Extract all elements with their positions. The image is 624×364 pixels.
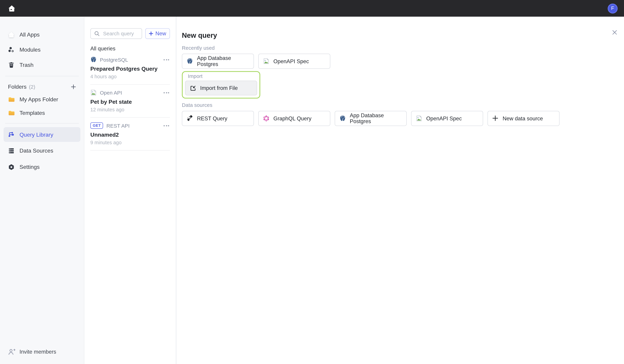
sidebar-item-all-apps[interactable]: All Apps	[4, 27, 80, 42]
query-library-icon	[8, 131, 15, 138]
query-type-label: Open API	[100, 90, 122, 96]
query-list-item[interactable]: Open API Pet by Pet state 12 minutes ago	[90, 85, 170, 118]
rest-plug-icon	[187, 115, 193, 121]
query-type-label: PostgreSQL	[100, 57, 128, 63]
query-type-row: GET REST API	[90, 122, 170, 129]
new-query-panel: New query Recently used App Database Pos…	[177, 17, 624, 364]
sidebar-item-modules[interactable]: Modules	[4, 42, 80, 57]
home-icon	[8, 31, 15, 38]
card-app-database-postgres[interactable]: App Database Postgres	[182, 54, 254, 69]
data-sources-icon	[8, 147, 15, 154]
sidebar: All Apps Modules	[0, 17, 84, 364]
query-timestamp: 9 minutes ago	[90, 140, 170, 146]
home-button[interactable]	[6, 3, 17, 14]
query-name: Prepared Postgres Query	[90, 66, 170, 72]
card-label: New data source	[503, 116, 543, 121]
card-app-database-postgres[interactable]: App Database Postgres	[335, 111, 407, 126]
folders-count: (2)	[29, 84, 35, 90]
query-timestamp: 12 minutes ago	[90, 107, 170, 112]
sidebar-item-query-library[interactable]: Query Library	[4, 127, 80, 142]
import-file-icon	[190, 85, 196, 91]
card-graphql-query[interactable]: GraphQL Query	[258, 111, 330, 126]
card-rest-query[interactable]: REST Query	[182, 111, 254, 126]
sidebar-folder-my-apps[interactable]: My Apps Folder	[4, 93, 80, 106]
page-title: New query	[182, 31, 624, 40]
postgres-icon	[339, 115, 346, 121]
sidebar-item-trash[interactable]: Trash	[4, 57, 80, 72]
image-placeholder-icon	[416, 115, 422, 121]
avatar-initial: F	[611, 5, 614, 11]
sidebar-item-settings[interactable]: Settings	[4, 159, 80, 174]
invite-members-icon	[8, 348, 16, 355]
card-import-from-file[interactable]: Import from File	[185, 81, 257, 96]
graphql-icon	[263, 115, 269, 121]
card-label: App Database Postgres	[197, 55, 249, 67]
plus-icon	[71, 84, 76, 89]
invite-members-button[interactable]: Invite members	[4, 346, 80, 358]
card-label: GraphQL Query	[273, 116, 311, 121]
sidebar-item-label: Settings	[19, 164, 40, 170]
query-timestamp: 4 hours ago	[90, 74, 170, 79]
card-openapi-spec[interactable]: OpenAPI Spec	[258, 54, 330, 69]
search-input[interactable]	[102, 30, 138, 37]
card-label: Import from File	[200, 85, 238, 91]
invite-members-label: Invite members	[19, 349, 56, 355]
card-label: REST Query	[197, 116, 227, 121]
folders-header: Folders (2)	[4, 81, 80, 93]
sidebar-folder-templates[interactable]: Templates	[4, 106, 80, 120]
import-label: Import	[188, 73, 257, 79]
data-sources-label: Data sources	[182, 102, 624, 108]
query-name: Pet by Pet state	[90, 98, 170, 105]
folders-label: Folders	[8, 83, 26, 90]
query-list-header: All queries	[90, 46, 170, 52]
card-label: OpenAPI Spec	[273, 58, 309, 64]
query-list-item[interactable]: PostgreSQL Prepared Postgres Query 4 hou…	[90, 52, 170, 85]
image-placeholder-icon	[90, 89, 97, 96]
new-query-label: New	[156, 31, 166, 37]
sidebar-item-label: Data Sources	[19, 147, 53, 154]
query-type-row: Open API	[90, 89, 170, 96]
query-list-panel: New All queries PostgreSQL Pre	[84, 17, 176, 364]
import-highlight-box: Import Import from File	[182, 71, 260, 98]
sidebar-item-label: All Apps	[19, 31, 40, 38]
query-list-item[interactable]: GET REST API Unnamed2 9 minutes ago	[90, 118, 170, 150]
search-box[interactable]	[90, 28, 142, 39]
new-query-button[interactable]: New	[145, 28, 170, 39]
plus-icon	[492, 115, 499, 121]
image-placeholder-icon	[263, 58, 269, 64]
folder-label: Templates	[19, 110, 45, 116]
overflow-menu-button[interactable]	[163, 91, 170, 94]
get-badge: GET	[90, 122, 103, 129]
avatar[interactable]: F	[608, 3, 618, 13]
sidebar-item-label: Modules	[19, 47, 41, 53]
card-label: OpenAPI Spec	[426, 116, 462, 121]
recently-used-cards: App Database Postgres OpenAPI Spec	[182, 54, 624, 69]
sidebar-divider	[5, 123, 79, 123]
search-icon	[94, 31, 100, 37]
folder-icon	[8, 109, 15, 116]
settings-icon	[8, 164, 15, 170]
add-folder-button[interactable]	[71, 84, 76, 89]
query-type-row: PostgreSQL	[90, 56, 170, 63]
app-window: F All Apps Modules	[0, 0, 624, 364]
overflow-menu-button[interactable]	[163, 124, 170, 127]
card-label: App Database Postgres	[350, 112, 402, 124]
sidebar-divider	[5, 76, 79, 76]
card-new-data-source[interactable]: New data source	[487, 111, 560, 126]
sidebar-spacer	[4, 174, 80, 346]
close-button[interactable]	[611, 28, 618, 36]
modules-icon	[8, 46, 15, 53]
close-icon	[612, 29, 617, 35]
postgres-icon	[90, 56, 97, 63]
plus-icon	[149, 31, 154, 36]
top-bar: F	[0, 0, 624, 17]
folder-label: My Apps Folder	[19, 96, 58, 102]
query-name: Unnamed2	[90, 132, 170, 138]
overflow-menu-button[interactable]	[163, 58, 170, 61]
home-icon	[8, 4, 15, 12]
folder-icon	[8, 96, 15, 103]
recently-used-label: Recently used	[182, 45, 624, 51]
card-openapi-spec[interactable]: OpenAPI Spec	[411, 111, 483, 126]
postgres-icon	[187, 58, 193, 64]
sidebar-item-data-sources[interactable]: Data Sources	[4, 143, 80, 158]
